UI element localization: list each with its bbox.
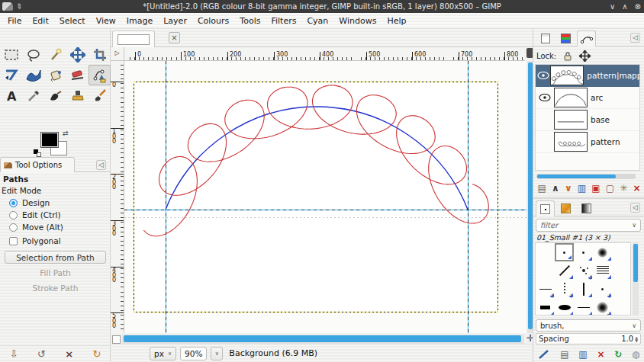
brush-filter-combo[interactable]: filter ∨ [536,219,641,232]
menu-windows[interactable]: Windows [333,14,382,28]
menu-image[interactable]: Image [121,14,158,28]
quick-mask-toggle[interactable] [112,335,121,344]
new-brush-button[interactable]: ▤ [560,350,568,359]
crop-tool-icon[interactable] [89,44,111,65]
color-picker-tool-icon[interactable] [22,85,44,106]
swap-colors-icon[interactable]: ⇄ [63,130,69,137]
rect-select-tool-icon[interactable] [0,44,22,65]
menu-tools[interactable]: Tools [234,14,266,28]
duplicate-path-button[interactable]: ▥ [578,184,586,193]
path-name[interactable]: arc [588,93,603,102]
radio-design[interactable]: Design [0,197,111,209]
brush-swatch[interactable] [574,280,593,298]
brush-swatch[interactable] [574,261,593,280]
edit-brush-button[interactable] [538,349,550,360]
brush-swatch-selected[interactable] [555,243,574,261]
tab-paths[interactable] [577,30,596,46]
brush-grid-scrollbar[interactable] [633,242,639,316]
paths-list-scrollbar-thumb[interactable] [537,175,616,178]
spacing-control[interactable]: Spacing 1.0 ▲▼ [536,333,641,344]
menu-view[interactable]: View [91,14,121,28]
brush-swatch[interactable] [574,243,593,261]
fill-path-button[interactable]: Fill Path [5,266,106,279]
transform-tool-icon[interactable] [0,65,22,85]
stroke-path-button-icon[interactable]: ✳ [620,184,627,193]
brush-swatch[interactable] [574,298,593,316]
text-tool-icon[interactable]: A [0,85,22,106]
selection-to-path-button[interactable]: ▢ [606,184,614,193]
tab-patterns[interactable] [556,200,575,216]
warp-transform-tool-icon[interactable] [22,65,44,85]
minimize-button[interactable]: ∨ [610,3,615,11]
configure-tab-button[interactable]: ◁ [96,160,106,170]
brush-swatch[interactable] [593,261,612,280]
canvas-viewport[interactable] [124,61,526,333]
path-name[interactable]: base [588,115,610,124]
tool-options-tab[interactable]: Tool Options [0,157,75,172]
configure-tab-button[interactable]: ◁ [630,203,640,213]
close-button[interactable]: ⊗ [635,3,641,11]
tab-gradients[interactable] [577,200,596,216]
unit-select[interactable]: px ∨ [150,347,176,360]
menu-layer[interactable]: Layer [158,14,192,28]
eraser-tool-icon[interactable] [66,65,89,85]
radio-move[interactable]: Move (Alt) [0,221,111,233]
tab-brushes[interactable] [536,200,555,216]
radio-edit[interactable]: Edit (Ctrl) [0,209,111,221]
brush-tag-entry[interactable]: brush, ∨ [536,319,641,332]
polygonal-checkbox[interactable] [9,237,18,245]
selection-from-path-button[interactable]: Selection from Path [5,251,106,264]
maximize-button[interactable]: ∧ [622,3,627,11]
dock-divider[interactable] [533,197,644,199]
restore-tool-preset-button[interactable]: ↺ [37,349,46,359]
smudge-tool-icon[interactable] [44,85,66,106]
delete-path-button[interactable]: × [633,184,640,193]
brush-swatch[interactable] [536,261,555,280]
brush-swatch[interactable] [593,298,612,316]
image-tab[interactable] [112,30,155,47]
delete-tool-preset-button[interactable]: × [65,349,73,359]
horizontal-scrollbar[interactable] [122,335,524,344]
new-path-button[interactable]: ▤ [538,184,546,193]
spacing-value[interactable]: 1.0 [621,335,633,343]
horizontal-scrollbar-thumb[interactable] [124,335,521,342]
foreground-color-swatch[interactable] [41,133,58,147]
path-row-pattern-mapped[interactable]: pattern|mapped [536,65,639,87]
lock-position-icon[interactable] [579,50,591,62]
raise-path-button[interactable]: ∧ [552,184,559,193]
visibility-eye-icon[interactable] [536,94,554,101]
stroke-path-button[interactable]: Stroke Path [5,281,106,294]
path-row-arc[interactable]: arc [536,87,639,109]
lock-strokes-icon[interactable] [562,51,573,61]
tab-channels[interactable] [556,30,575,46]
path-row-pattern[interactable]: pattern [536,131,639,153]
menu-file[interactable]: File [2,14,27,28]
menu-edit[interactable]: Edit [27,14,53,28]
path-to-selection-button[interactable]: ▣ [591,184,600,193]
duplicate-brush-button[interactable]: ▥ [578,350,587,359]
spacing-spinner[interactable]: ▲▼ [635,336,638,342]
brush-swatch[interactable] [536,280,555,298]
menu-cyan[interactable]: Cyan [301,14,333,28]
menu-filters[interactable]: Filters [266,14,301,28]
tab-layers[interactable] [536,30,555,46]
zoom-dropdown-button[interactable]: ∨ [211,347,223,360]
brush-swatch[interactable] [555,280,574,298]
clone-tool-icon[interactable] [66,85,89,106]
configure-tab-button[interactable]: ◁ [630,33,640,43]
brush-grid-scrollbar-thumb[interactable] [633,244,638,282]
default-colors-icon[interactable] [34,149,41,157]
brush-swatch[interactable] [555,298,574,316]
ruler-origin-button[interactable]: ▷ [111,47,124,61]
visibility-eye-icon[interactable] [536,72,550,79]
save-tool-preset-button[interactable]: ⇩ [10,349,18,359]
brush-swatch[interactable] [555,261,574,280]
delete-brush-button[interactable]: × [597,350,604,359]
polygonal-checkbox-row[interactable]: Polygonal [0,233,111,248]
paths-tool-icon[interactable] [89,65,111,85]
zoom-entry[interactable]: 90% [180,347,207,360]
brush-swatch[interactable] [593,280,612,298]
vertical-ruler[interactable]: 0 100 200 300 400 500 [111,61,124,333]
brush-swatch[interactable] [536,243,555,261]
tab-menu-icon[interactable]: × [169,32,180,43]
